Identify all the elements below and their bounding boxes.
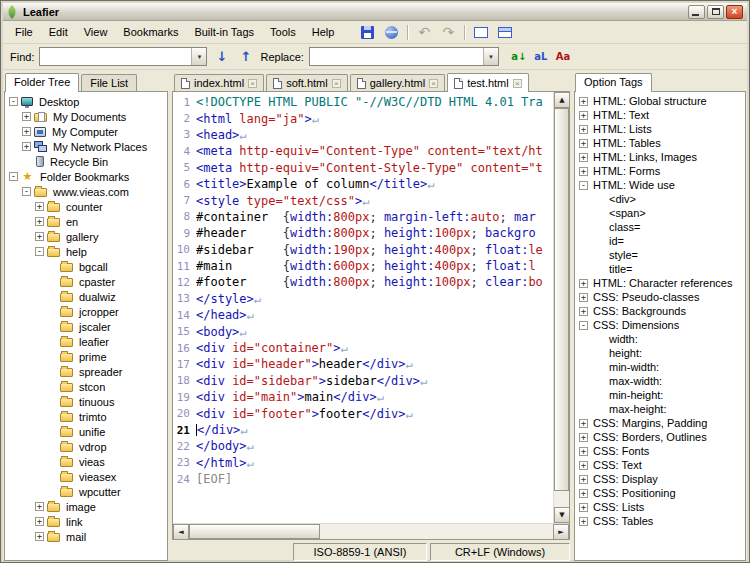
tree-item-jscaler[interactable]: jscaler: [5, 319, 167, 334]
tab-file-list[interactable]: File List: [81, 74, 137, 91]
tree-item-link[interactable]: +link: [5, 514, 167, 529]
expand-plus-icon[interactable]: +: [579, 167, 588, 176]
tree-item-dualwiz[interactable]: dualwiz: [5, 289, 167, 304]
option-item-max-width[interactable]: max-width:: [575, 374, 745, 388]
replace-all-icon[interactable]: aL: [532, 49, 550, 65]
option-item-html-character-references[interactable]: +HTML: Character references: [575, 276, 745, 290]
scroll-up-icon[interactable]: ▲: [554, 92, 570, 108]
tree-item-wpcutter[interactable]: wpcutter: [5, 484, 167, 499]
expand-plus-icon[interactable]: +: [579, 489, 588, 498]
expand-plus-icon[interactable]: +: [579, 153, 588, 162]
menu-built-in-tags[interactable]: Built-in Tags: [186, 22, 262, 42]
tab-close-icon[interactable]: ×: [429, 79, 438, 88]
tree-item-my-documents[interactable]: +My Documents: [5, 109, 167, 124]
tree-item-vieas[interactable]: vieas: [5, 454, 167, 469]
code-line-12[interactable]: 12#footer {width:800px; height:100px; cl…: [173, 274, 553, 290]
horizontal-scrollbar[interactable]: ◄ ►: [173, 523, 569, 539]
minimize-button[interactable]: [688, 5, 705, 19]
tree-item-prime[interactable]: prime: [5, 349, 167, 364]
tab-close-icon[interactable]: ×: [248, 79, 257, 88]
expand-plus-icon[interactable]: +: [22, 112, 31, 121]
code-line-10[interactable]: 10#sidebar {width:190px; height:400px; f…: [173, 242, 553, 258]
option-item-html-wide-use[interactable]: -HTML: Wide use: [575, 178, 745, 192]
menu-edit[interactable]: Edit: [41, 22, 76, 42]
expand-plus-icon[interactable]: +: [22, 142, 31, 151]
replace-input[interactable]: [310, 48, 483, 65]
code-line-23[interactable]: 23</html>↵: [173, 455, 553, 471]
redo-button[interactable]: ↷: [437, 23, 459, 41]
tree-item-spreader[interactable]: spreader: [5, 364, 167, 379]
code-line-21[interactable]: 21</div>↵: [173, 422, 553, 438]
match-case-icon[interactable]: Aa: [554, 49, 572, 65]
expand-plus-icon[interactable]: +: [579, 447, 588, 456]
tab-gallery-html[interactable]: gallery.html×: [350, 74, 445, 91]
option-item-css-text[interactable]: +CSS: Text: [575, 458, 745, 472]
maximize-button[interactable]: [707, 5, 724, 19]
tree-item-image[interactable]: +image: [5, 499, 167, 514]
expand-plus-icon[interactable]: +: [35, 232, 44, 241]
expand-plus-icon[interactable]: +: [35, 217, 44, 226]
scroll-right-icon[interactable]: ►: [553, 524, 569, 540]
expand-plus-icon[interactable]: +: [579, 419, 588, 428]
option-item-max-height[interactable]: max-height:: [575, 402, 745, 416]
option-item-width[interactable]: width:: [575, 332, 745, 346]
code-line-18[interactable]: 18<div id="sidebar">sidebar</div>↵: [173, 373, 553, 389]
expand-plus-icon[interactable]: +: [35, 202, 44, 211]
preview-button[interactable]: [380, 23, 402, 41]
option-item-html-lists[interactable]: +HTML: Lists: [575, 122, 745, 136]
tree-item-unifie[interactable]: unifie: [5, 424, 167, 439]
tree-item-gallery[interactable]: +gallery: [5, 229, 167, 244]
tab-soft-html[interactable]: soft.html×: [266, 74, 348, 91]
tree-item-vieasex[interactable]: vieasex: [5, 469, 167, 484]
find-input[interactable]: [40, 48, 191, 65]
option-item-id[interactable]: id=: [575, 234, 745, 248]
expand-plus-icon[interactable]: +: [579, 307, 588, 316]
title-bar[interactable]: Leafier ×: [3, 3, 747, 21]
expand-plus-icon[interactable]: +: [579, 139, 588, 148]
menu-file[interactable]: File: [7, 22, 41, 42]
code-line-1[interactable]: 1<!DOCTYPE HTML PUBLIC "-//W3C//DTD HTML…: [173, 94, 553, 110]
tree-item-folder-bookmarks[interactable]: -★Folder Bookmarks: [5, 169, 167, 184]
option-item-div[interactable]: <div>: [575, 192, 745, 206]
option-item-html-tables[interactable]: +HTML: Tables: [575, 136, 745, 150]
expand-plus-icon[interactable]: +: [22, 127, 31, 136]
tree-item-my-network-places[interactable]: +My Network Places: [5, 139, 167, 154]
expand-plus-icon[interactable]: +: [579, 475, 588, 484]
expand-plus-icon[interactable]: +: [35, 517, 44, 526]
code-line-16[interactable]: 16<div id="container">↵: [173, 340, 553, 356]
code-line-7[interactable]: 7<style type="text/css">↵: [173, 192, 553, 208]
tree-item-en[interactable]: +en: [5, 214, 167, 229]
code-line-8[interactable]: 8#container {width:800px; margin-left:au…: [173, 209, 553, 225]
option-item-class[interactable]: class=: [575, 220, 745, 234]
vscroll-thumb[interactable]: [554, 108, 569, 491]
tree-item-jcropper[interactable]: jcropper: [5, 304, 167, 319]
expand-plus-icon[interactable]: +: [579, 279, 588, 288]
option-item-title[interactable]: title=: [575, 262, 745, 276]
tab-test-html[interactable]: test.html×: [447, 73, 529, 92]
tab-close-icon[interactable]: ×: [513, 79, 522, 88]
expand-plus-icon[interactable]: +: [579, 125, 588, 134]
vertical-scrollbar[interactable]: ▲ ▼: [553, 92, 569, 523]
replace-next-icon[interactable]: a↓: [510, 49, 528, 65]
hscroll-thumb[interactable]: [189, 524, 320, 539]
menu-help[interactable]: Help: [304, 22, 343, 42]
option-item-style[interactable]: style=: [575, 248, 745, 262]
menu-view[interactable]: View: [76, 22, 116, 42]
code-line-17[interactable]: 17<div id="header">header</div>↵: [173, 356, 553, 372]
option-item-min-width[interactable]: min-width:: [575, 360, 745, 374]
tree-item-tinuous[interactable]: tinuous: [5, 394, 167, 409]
replace-dropdown-icon[interactable]: ▼: [483, 48, 498, 65]
tree-item-vdrop[interactable]: vdrop: [5, 439, 167, 454]
option-item-html-global-structure[interactable]: +HTML: Global structure: [575, 94, 745, 108]
collapse-minus-icon[interactable]: -: [9, 172, 18, 181]
close-button[interactable]: ×: [726, 5, 743, 19]
code-line-4[interactable]: 4<meta http-equiv="Content-Type" content…: [173, 143, 553, 159]
hscroll-track[interactable]: [189, 524, 553, 539]
tree-item-desktop[interactable]: -Desktop: [5, 94, 167, 109]
code-editor[interactable]: 1<!DOCTYPE HTML PUBLIC "-//W3C//DTD HTML…: [173, 92, 553, 523]
tree-item-stcon[interactable]: stcon: [5, 379, 167, 394]
option-item-html-forms[interactable]: +HTML: Forms: [575, 164, 745, 178]
code-line-9[interactable]: 9#header {width:800px; height:100px; bac…: [173, 225, 553, 241]
expand-plus-icon[interactable]: +: [579, 111, 588, 120]
expand-plus-icon[interactable]: +: [35, 502, 44, 511]
